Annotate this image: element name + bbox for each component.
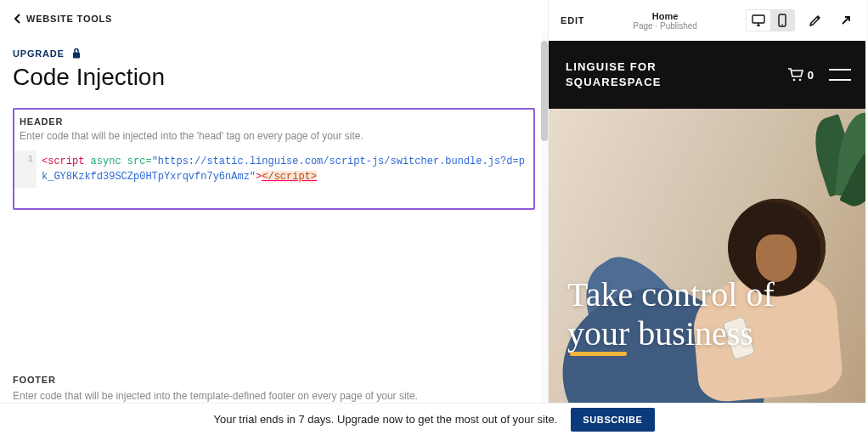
upgrade-label: UPGRADE bbox=[13, 48, 65, 59]
desktop-icon bbox=[752, 14, 765, 26]
header-label: HEADER bbox=[14, 110, 533, 130]
svg-point-4 bbox=[792, 79, 795, 82]
svg-rect-0 bbox=[73, 53, 80, 59]
cart-count: 0 bbox=[808, 69, 814, 82]
cart-button[interactable]: 0 bbox=[787, 68, 814, 82]
breadcrumb-label: WEBSITE TOOLS bbox=[26, 14, 112, 24]
subscribe-button[interactable]: SUBSCRIBE bbox=[571, 408, 654, 432]
scrollbar-thumb[interactable] bbox=[541, 41, 548, 141]
page-name: Home bbox=[595, 11, 736, 21]
device-toggle bbox=[746, 9, 795, 31]
brush-icon bbox=[808, 13, 823, 28]
site-header: LINGUISE FOR SQUARESPACE 0 bbox=[549, 41, 868, 109]
desktop-view-button[interactable] bbox=[747, 10, 770, 31]
footer-label: FOOTER bbox=[13, 364, 535, 390]
mobile-icon bbox=[778, 14, 786, 27]
page-title: Code Injection bbox=[13, 64, 535, 91]
arrow-out-icon bbox=[839, 14, 853, 27]
cart-icon bbox=[787, 68, 804, 82]
chevron-left-icon bbox=[13, 14, 23, 24]
hero-headline: Take control of your business bbox=[567, 275, 775, 353]
breadcrumb[interactable]: WEBSITE TOOLS bbox=[0, 0, 548, 32]
site-title[interactable]: LINGUISE FOR SQUARESPACE bbox=[566, 59, 662, 89]
edit-button[interactable]: EDIT bbox=[561, 15, 584, 25]
page-meta: Home Page · Published bbox=[595, 11, 736, 31]
header-code-editor[interactable]: 1 <script async src="https://static.ling… bbox=[14, 150, 533, 208]
svg-point-5 bbox=[798, 79, 801, 82]
code-gutter: 1 bbox=[14, 150, 37, 188]
site-preview: LINGUISE FOR SQUARESPACE 0 bbox=[549, 41, 868, 403]
svg-point-3 bbox=[781, 24, 783, 25]
brush-button[interactable] bbox=[805, 10, 826, 31]
svg-rect-1 bbox=[752, 15, 764, 23]
code-content: <script async src="https://static.lingui… bbox=[37, 150, 533, 188]
mobile-view-button[interactable] bbox=[770, 10, 794, 31]
trial-text: Your trial ends in 7 days. Upgrade now t… bbox=[213, 413, 557, 426]
menu-button[interactable] bbox=[829, 69, 851, 81]
footer-code-section: FOOTER Enter code that will be injected … bbox=[13, 364, 535, 403]
open-button[interactable] bbox=[836, 10, 856, 31]
lock-icon bbox=[71, 48, 82, 59]
trial-banner: Your trial ends in 7 days. Upgrade now t… bbox=[0, 403, 868, 435]
scrollbar[interactable] bbox=[541, 32, 548, 403]
page-status: Page · Published bbox=[595, 21, 736, 31]
header-desc: Enter code that will be injected into th… bbox=[14, 130, 533, 150]
header-code-section: HEADER Enter code that will be injected … bbox=[13, 108, 535, 210]
upgrade-link[interactable]: UPGRADE bbox=[13, 48, 535, 59]
hero-image: Take control of your business bbox=[549, 109, 868, 403]
preview-toolbar: EDIT Home Page · Published bbox=[549, 0, 868, 41]
footer-desc: Enter code that will be injected into th… bbox=[13, 390, 535, 403]
